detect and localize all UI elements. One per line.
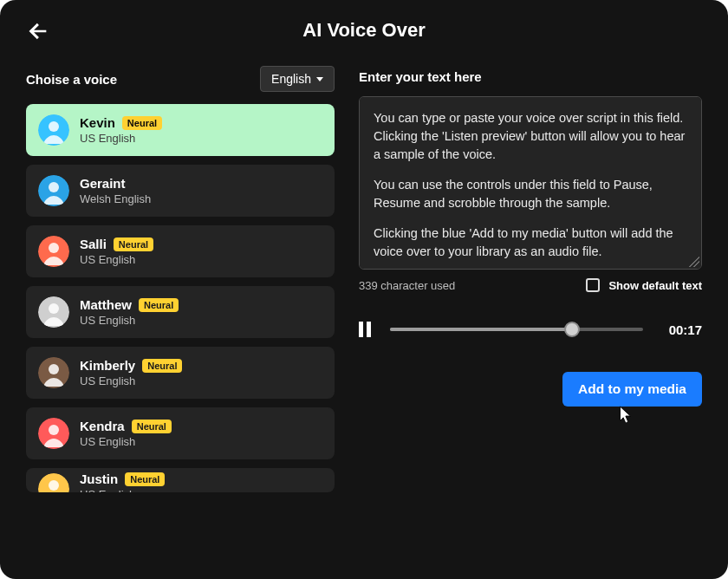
voice-item[interactable]: Justin Neural US English <box>26 468 335 492</box>
neural-badge: Neural <box>142 359 182 373</box>
voice-list: Kevin Neural US English Geraint Welsh En… <box>26 104 335 492</box>
pause-button[interactable] <box>359 322 374 337</box>
script-panel: Enter your text here You can type or pas… <box>359 66 702 565</box>
voice-meta: Kevin Neural US English <box>80 115 162 145</box>
avatar <box>38 236 69 267</box>
svg-point-9 <box>49 364 59 374</box>
language-select[interactable]: English <box>260 66 335 92</box>
voice-language: US English <box>80 488 165 492</box>
voice-meta: Matthew Neural US English <box>80 297 179 327</box>
avatar <box>38 175 69 206</box>
avatar <box>38 473 69 492</box>
neural-badge: Neural <box>114 237 153 251</box>
voice-item[interactable]: Salli Neural US English <box>26 225 335 277</box>
seek-slider[interactable] <box>390 328 643 331</box>
header: AI Voice Over <box>26 19 702 42</box>
back-button[interactable] <box>26 19 50 47</box>
avatar <box>38 296 69 328</box>
voice-name: Kendra <box>80 419 125 433</box>
voice-name: Matthew <box>80 297 132 312</box>
voice-language: US English <box>80 374 182 387</box>
character-count: 339 character used <box>359 279 455 292</box>
cursor-icon <box>615 405 634 427</box>
resize-handle-icon <box>689 257 699 267</box>
voice-language: Welsh English <box>80 192 151 205</box>
avatar <box>38 114 69 146</box>
voice-meta: Justin Neural US English <box>80 472 165 492</box>
voice-name: Salli <box>80 237 107 251</box>
voice-name: Justin <box>80 472 118 486</box>
pause-icon <box>367 322 371 337</box>
script-paragraph: You can type or paste your voice over sc… <box>374 109 687 164</box>
seek-thumb[interactable] <box>564 322 580 337</box>
neural-badge: Neural <box>132 420 172 433</box>
playback-time: 00:17 <box>659 322 702 337</box>
svg-point-7 <box>49 303 59 314</box>
show-default-text-label: Show default text <box>608 279 702 292</box>
neural-badge: Neural <box>122 116 162 130</box>
voice-meta: Kendra Neural US English <box>80 419 172 448</box>
neural-badge: Neural <box>139 298 179 312</box>
enter-text-label: Enter your text here <box>359 69 702 84</box>
voice-language: US English <box>80 132 162 145</box>
script-textarea[interactable]: You can type or paste your voice over sc… <box>359 96 702 270</box>
choose-voice-label: Choise a voice <box>26 72 117 87</box>
voice-item[interactable]: Kevin Neural US English <box>26 104 335 156</box>
svg-point-13 <box>49 480 59 491</box>
voice-meta: Geraint Welsh English <box>80 176 151 205</box>
svg-point-3 <box>49 182 59 192</box>
voice-name: Kimberly <box>80 358 135 373</box>
voice-language: US English <box>80 314 179 327</box>
voice-language: US English <box>80 435 172 448</box>
script-paragraph: Clicking the blue 'Add to my media' butt… <box>374 224 687 261</box>
voice-meta: Kimberly Neural US English <box>80 358 182 387</box>
voice-panel: Choise a voice English Kevin Neural US E… <box>26 66 335 565</box>
voice-language: US English <box>80 253 153 266</box>
avatar <box>38 418 69 449</box>
svg-point-11 <box>49 425 59 435</box>
voice-name: Geraint <box>80 176 126 191</box>
page-title: AI Voice Over <box>302 19 425 42</box>
add-to-my-media-button[interactable]: Add to my media <box>562 372 702 407</box>
seek-fill <box>390 328 572 331</box>
neural-badge: Neural <box>125 472 165 486</box>
voice-item[interactable]: Kendra Neural US English <box>26 407 335 459</box>
ai-voice-over-dialog: AI Voice Over Choise a voice English Kev… <box>0 0 728 579</box>
svg-point-1 <box>49 121 59 132</box>
avatar <box>38 357 69 388</box>
script-paragraph: You can use the controls under this fiel… <box>374 176 687 212</box>
checkbox-icon <box>586 278 600 292</box>
voice-item[interactable]: Matthew Neural US English <box>26 286 335 338</box>
language-selected-value: English <box>271 72 311 86</box>
voice-meta: Salli Neural US English <box>80 237 153 266</box>
audio-player: 00:17 <box>359 322 702 337</box>
voice-item[interactable]: Kimberly Neural US English <box>26 347 335 399</box>
voice-name: Kevin <box>80 115 115 130</box>
chevron-down-icon <box>316 77 323 81</box>
arrow-left-icon <box>26 19 50 43</box>
svg-point-5 <box>49 243 59 253</box>
show-default-text-toggle[interactable]: Show default text <box>586 278 702 292</box>
pause-icon <box>359 322 363 337</box>
voice-item[interactable]: Geraint Welsh English <box>26 165 335 217</box>
